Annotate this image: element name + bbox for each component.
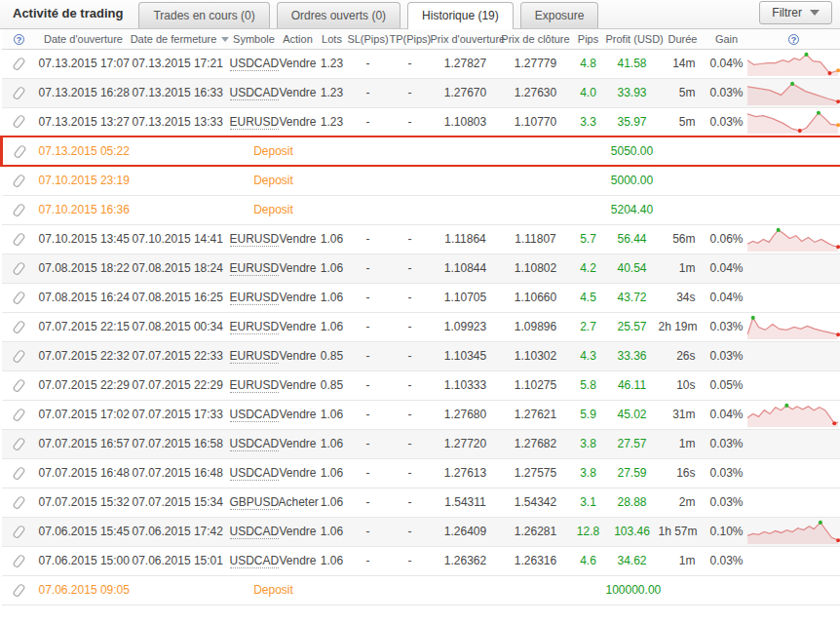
trade-sparkline-chart <box>747 520 840 544</box>
help-icon[interactable]: ? <box>788 34 799 45</box>
trade-row[interactable]: 07.07.2015 17:0207.07.2015 17:33USDCADVe… <box>2 400 840 429</box>
trade-row[interactable]: 07.10.2015 13:4507.10.2015 14:41EURUSDVe… <box>2 224 840 254</box>
symbol-cell: EURUSD <box>230 107 279 136</box>
col-date-fermeture[interactable]: Date de fermeture <box>131 29 230 49</box>
symbol-link[interactable]: EURUSD <box>230 261 280 276</box>
col-lots[interactable]: Lots <box>318 29 347 49</box>
note-tag-icon[interactable] <box>12 261 26 276</box>
attachment-cell <box>2 78 37 107</box>
trade-row[interactable]: 07.07.2015 22:3207.07.2015 22:33EURUSDVe… <box>2 341 840 370</box>
symbol-link[interactable]: USDCAD <box>230 466 280 481</box>
note-tag-icon[interactable] <box>12 203 26 217</box>
deposit-date-cell: 07.10.2015 23:19 <box>37 166 131 195</box>
note-tag-icon[interactable] <box>12 408 26 422</box>
note-tag-icon[interactable] <box>12 349 26 364</box>
trade-sparkline-chart <box>747 227 840 252</box>
note-tag-icon[interactable] <box>12 583 26 598</box>
symbol-link[interactable]: GBPUSD <box>230 495 280 510</box>
lots-cell: 1.06 <box>318 429 347 458</box>
open-date-cell: 07.13.2015 17:07 <box>37 49 131 78</box>
lots-cell: 1.23 <box>318 78 347 107</box>
trade-row[interactable]: 07.08.2015 16:2407.08.2015 16:25EURUSDVe… <box>2 283 840 312</box>
close-date-cell <box>131 575 230 604</box>
note-tag-icon[interactable] <box>12 554 26 568</box>
trade-row[interactable]: 07.13.2015 16:2807.13.2015 16:33USDCADVe… <box>2 78 840 107</box>
empty-cell <box>390 575 431 604</box>
col-help-left[interactable]: ? <box>2 29 37 49</box>
open-date-cell: 07.07.2015 22:29 <box>37 370 131 400</box>
col-gain[interactable]: Gain <box>707 29 746 49</box>
symbol-link[interactable]: USDCAD <box>230 57 280 71</box>
duration-cell: 2m <box>659 488 707 517</box>
note-tag-icon[interactable] <box>12 291 26 305</box>
tab-exposure[interactable]: Exposure <box>520 2 599 28</box>
note-tag-icon[interactable] <box>13 144 27 159</box>
trade-row[interactable]: 07.07.2015 22:1507.08.2015 00:34EURUSDVe… <box>2 312 840 341</box>
col-action[interactable]: Action <box>279 29 318 49</box>
col-profit-usd[interactable]: Profit (USD) <box>606 29 659 49</box>
col-duree[interactable]: Durée <box>659 29 707 49</box>
note-tag-icon[interactable] <box>12 525 26 539</box>
tab-ordres-ouverts[interactable]: Ordres ouverts (0) <box>277 2 401 28</box>
duration-cell: 34s <box>659 283 707 312</box>
close-date-cell <box>131 166 230 195</box>
symbol-link[interactable]: USDCAD <box>230 554 280 568</box>
trade-sparkline-chart <box>747 109 840 134</box>
close-price-cell: 1.10302 <box>501 341 571 370</box>
note-tag-icon[interactable] <box>12 320 26 334</box>
note-tag-icon[interactable] <box>12 174 26 188</box>
tab-historique[interactable]: Historique (19) <box>407 2 514 29</box>
symbol-link[interactable]: EURUSD <box>230 115 280 130</box>
symbol-link[interactable]: EURUSD <box>230 378 280 393</box>
deposit-row[interactable]: 07.13.2015 05:22Deposit5050.00 <box>2 136 840 166</box>
col-tp-pips[interactable]: TP(Pips) <box>390 29 431 49</box>
trade-row[interactable]: 07.07.2015 16:4807.07.2015 16:48USDCADVe… <box>2 458 840 488</box>
trade-row[interactable]: 07.07.2015 16:5707.07.2015 16:58USDCADVe… <box>2 429 840 458</box>
symbol-link[interactable]: USDCAD <box>230 525 280 539</box>
symbol-link[interactable]: EURUSD <box>230 232 280 247</box>
note-tag-icon[interactable] <box>12 86 26 100</box>
col-sl-pips[interactable]: SL(Pips) <box>347 29 390 49</box>
empty-cell <box>390 136 431 166</box>
tp-pips-cell: - <box>390 341 431 370</box>
trade-row[interactable]: 07.07.2015 15:3207.07.2015 15:34GBPUSDAc… <box>2 488 840 517</box>
col-prix-cloture[interactable]: Prix de clôture <box>501 29 571 49</box>
symbol-link[interactable]: USDCAD <box>230 408 280 422</box>
note-tag-icon[interactable] <box>12 437 26 451</box>
deposit-row[interactable]: 07.10.2015 16:36Deposit5204.40 <box>2 195 840 224</box>
trade-row[interactable]: 07.08.2015 18:2207.08.2015 18:24EURUSDVe… <box>2 254 840 283</box>
open-price-cell: 1.10844 <box>431 254 501 283</box>
trade-row[interactable]: 07.13.2015 17:0707.13.2015 17:21USDCADVe… <box>2 49 840 78</box>
deposit-row[interactable]: 07.06.2015 09:05Deposit100000.00 <box>2 575 840 604</box>
symbol-link[interactable]: EURUSD <box>230 291 280 305</box>
col-pips[interactable]: Pips <box>571 29 606 49</box>
note-tag-icon[interactable] <box>12 466 26 481</box>
symbol-link[interactable]: EURUSD <box>230 320 280 334</box>
symbol-link[interactable]: EURUSD <box>230 349 280 364</box>
col-prix-ouverture[interactable]: Prix d'ouverture <box>431 29 501 49</box>
filter-button[interactable]: Filtrer <box>759 1 832 24</box>
trade-row[interactable]: 07.13.2015 13:2707.13.2015 13:33EURUSDVe… <box>2 107 840 136</box>
help-icon[interactable]: ? <box>14 34 24 45</box>
table-header-row: ? Date d'ouverture Date de fermeture Sym… <box>2 29 840 49</box>
trade-row[interactable]: 07.07.2015 22:2907.07.2015 22:29EURUSDVe… <box>2 370 840 400</box>
symbol-link[interactable]: USDCAD <box>230 86 280 100</box>
tab-trades-en-cours[interactable]: Trades en cours (0) <box>138 2 269 28</box>
note-tag-icon[interactable] <box>12 57 26 71</box>
close-date-cell <box>131 195 230 224</box>
sl-pips-cell: - <box>347 341 390 370</box>
sparkline-cell <box>746 517 840 546</box>
trade-row[interactable]: 07.06.2015 15:0007.06.2015 15:01USDCADVe… <box>2 546 840 575</box>
lots-cell: 1.23 <box>318 49 347 78</box>
deposit-row[interactable]: 07.10.2015 23:19Deposit5000.00 <box>2 166 840 195</box>
col-symbole[interactable]: Symbole <box>230 29 279 49</box>
note-tag-icon[interactable] <box>12 378 26 393</box>
duration-cell <box>659 136 707 166</box>
symbol-link[interactable]: USDCAD <box>230 437 280 451</box>
col-help-right[interactable]: ? <box>746 29 840 49</box>
trade-row[interactable]: 07.06.2015 15:4507.06.2015 17:42USDCADVe… <box>2 517 840 546</box>
col-date-ouverture[interactable]: Date d'ouverture <box>37 29 131 49</box>
note-tag-icon[interactable] <box>12 232 26 247</box>
note-tag-icon[interactable] <box>12 114 26 129</box>
note-tag-icon[interactable] <box>12 495 26 510</box>
